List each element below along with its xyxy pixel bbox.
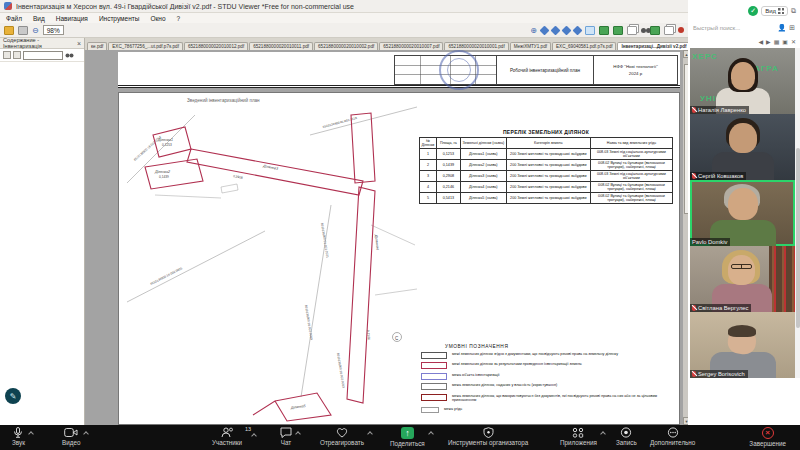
tab-0010011[interactable]: 6521880000020010011.pdf [249,42,313,50]
participant-tile-active-speaker[interactable]: Pavlo Domkiv [690,180,795,246]
popout-icon[interactable]: ⧉ [791,7,796,15]
zoom-level[interactable]: 98% [43,25,64,35]
participant-video [731,62,755,90]
tab-exc-69040581[interactable]: EXC_69040581.pdf.p7s.pdf [552,42,616,50]
more-panel-icon[interactable]: ⊞ [789,24,795,32]
panel-next-icon[interactable]: ▶ [766,38,771,45]
video-options-caret[interactable] [84,431,90,437]
tab-0010007[interactable]: 6521880000020010007.pdf [379,42,443,50]
participant-tile[interactable]: Сергій Ковшаков [690,114,795,180]
table-row: 50,5413Ділянка5 (назва)200 Землі житлово… [420,193,673,204]
tab-mezhi[interactable]: МежіХМТУ1.pdf [510,42,551,50]
collapse-all-icon[interactable] [13,51,21,59]
view-button[interactable]: Вид [761,6,788,16]
contents-find-icon[interactable] [66,53,70,57]
snapshot-icon[interactable] [664,26,674,35]
menu-tools[interactable]: Инструменты [99,15,140,22]
nav-prev-icon[interactable] [551,25,561,35]
nav-last-icon[interactable] [573,25,583,35]
menu-view[interactable]: Вид [33,15,45,22]
participants-button[interactable]: 13 Участники [212,427,242,446]
open-file-icon[interactable] [4,26,14,35]
chat-caret[interactable] [295,431,301,437]
search-doc-icon[interactable] [641,28,646,33]
participant-tile[interactable]: ХЕРС АГРА УНІВЕ Наталія Лавренко [690,48,795,114]
panel-grid-icon[interactable]: ▦ [774,38,780,45]
menu-help[interactable]: ? [177,15,181,22]
panel-restore-icon[interactable]: ▣ [782,38,788,45]
export-icon[interactable] [599,26,609,35]
parcel-1-area: 0,1253 [162,143,172,147]
share-screen-icon: ↑ [401,427,414,439]
panel-scrollbar-thumb[interactable] [796,148,800,328]
legend-item: межі земельних ділянок за результатами п… [421,362,665,369]
participants-caret[interactable] [251,433,257,439]
cadastral-number: 6510136900:16:002:0069 [304,305,314,341]
tab-exc-78677256[interactable]: EXC_78677256_...ut.pdf.p7s.pdf [108,42,183,50]
table-header-row: № Ділянки Площа, га Земельні ділянки (на… [420,138,673,149]
react-button[interactable]: Отреагировать [320,427,364,446]
previous-page-bottom: Робочий інвентаризаційний план НФФ "Нові… [118,52,680,88]
rotate-icon[interactable] [650,26,660,35]
tab-ke[interactable]: ке.pdf [87,42,107,50]
participant-tile[interactable]: Світлана Вергулес [690,246,795,312]
parcel-4-outline [347,187,375,403]
participant-name-badge: Світлана Вергулес [690,304,751,312]
audio-options-caret[interactable] [28,431,34,437]
annotation-fab[interactable]: ✎ [5,388,21,404]
meeting-topbar: ✓ Вид ⧉ [688,3,800,19]
panel-prev-icon[interactable]: ◀ [758,38,763,45]
legend-item: межі земельних ділянок згідно з документ… [421,352,665,359]
chat-button[interactable]: Чат [280,427,292,446]
zoom-out-icon[interactable]: ⊖ [32,26,39,35]
legend-swatch-undocumented [421,394,447,401]
audio-button[interactable]: Звук [12,427,25,446]
participant-tile[interactable]: Sergey Borisovich [690,312,795,378]
contents-search-input[interactable] [23,51,63,60]
col-land-type: Назва та вид земельних угідь [590,138,672,149]
document-viewport[interactable]: Робочий інвентаризаційний план НФФ "Нові… [85,50,690,425]
selection-tool-icon[interactable] [585,26,595,35]
legend: УМОВНІ ПОЗНАЧЕННЯ межі земельних ділянок… [421,344,665,416]
apps-caret[interactable] [600,431,606,437]
app-toolbar: ⊖ 98% ⊕ [0,23,688,38]
print-icon[interactable] [18,26,28,35]
host-tools-button[interactable]: Инструменты организатора [448,427,528,446]
apps-button[interactable]: Приложения [560,427,597,446]
tab-0010012[interactable]: 6521880000020010012.pdf [184,42,248,50]
export-text-icon[interactable] [613,26,623,35]
quick-search[interactable]: Быстрый поиск... 👤 ⊞ [688,24,800,32]
more-button[interactable]: Дополнительно [650,427,695,446]
menu-file[interactable]: Файл [6,15,22,22]
quick-search-placeholder[interactable]: Быстрый поиск... [693,25,774,31]
zoom-in-icon[interactable]: ⊕ [530,26,537,35]
close-sidebar-icon[interactable]: × [77,40,81,47]
end-meeting-button[interactable]: × Завершение [749,427,786,447]
table-row: 20,1439Ділянка2 (назва)200 Землі житлово… [420,160,673,171]
tab-0010001[interactable]: 6521880000020010001.pdf [444,42,508,50]
col-name: Земельні ділянки (назва) [460,138,506,149]
share-button[interactable]: ↑ Поделиться [390,427,425,447]
participant-name-badge: Pavlo Domkiv [690,238,730,246]
panel-scrollbar[interactable] [795,48,800,378]
security-shield-icon[interactable]: ✓ [748,6,758,16]
menu-navigation[interactable]: Навигация [56,15,88,22]
tab-0010002[interactable]: 6521880000020010002.pdf [314,42,378,50]
react-caret[interactable] [367,431,373,437]
nav-next-icon[interactable] [562,25,572,35]
copy-page-icon[interactable] [627,26,637,35]
legend-title: УМОВНІ ПОЗНАЧЕННЯ [445,344,665,349]
title-block-org: НФФ "Нові технології" [613,64,657,69]
panel-close-icon[interactable]: ✕ [791,38,796,45]
video-button[interactable]: Видео [62,427,80,446]
legend-swatch-object [421,373,447,380]
plan-page: Зведений інвентаризаційний план 65101369… [118,92,680,425]
share-caret[interactable] [428,431,434,437]
expand-all-icon[interactable] [3,51,11,59]
tab-inventarizacia-active[interactable]: Інвентаризаці...Дивізії v2.pdf [617,42,690,50]
nav-first-icon[interactable] [540,25,550,35]
record-button[interactable]: Запись [616,427,637,446]
invite-icon[interactable]: 👤 [777,24,786,32]
menu-window[interactable]: Окно [150,15,165,22]
bookmark-icon[interactable] [678,27,684,33]
